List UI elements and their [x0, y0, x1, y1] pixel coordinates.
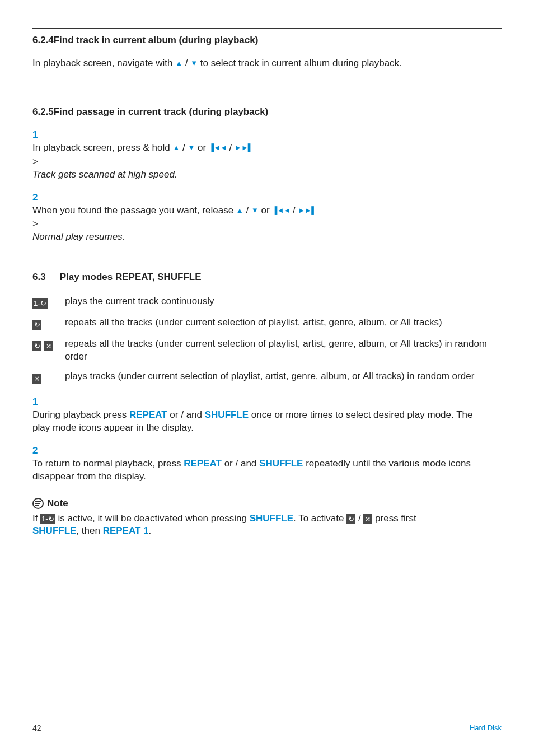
action-2: 2 To return to normal playback, press RE…	[32, 445, 502, 483]
prev-icon: ▐◄◄	[272, 206, 290, 214]
footer-label: Hard Disk	[470, 723, 502, 734]
repeat-icon: ↻	[32, 341, 41, 351]
down-icon: ▼	[188, 143, 195, 152]
page-number: 42	[32, 723, 41, 734]
mode-shuffle: ⤨ plays tracks (under current selection …	[32, 370, 502, 385]
mode-repeat-shuffle: ↻ ⤨ repeats all the tracks (under curren…	[32, 338, 502, 363]
up-icon: ▲	[175, 59, 182, 67]
up-icon: ▲	[236, 206, 243, 214]
note-body: If 1-↻ is active, it will be deactivated…	[32, 512, 502, 538]
up-icon: ▲	[172, 143, 180, 152]
step-1: 1 In playback screen, press & hold ▲ / ▼…	[32, 129, 502, 155]
note-icon	[32, 498, 44, 509]
repeat-one-icon: 1-↻	[40, 514, 55, 524]
shuffle-icon: ⤨	[363, 514, 372, 524]
repeat-one-icon: 1-↻	[32, 298, 48, 309]
next-icon: ►►▌	[298, 206, 316, 214]
next-icon: ►►▌	[235, 143, 252, 152]
heading-6-3: 6.3 Play modes REPEAT, SHUFFLE	[32, 271, 502, 284]
repeat-button-label: REPEAT	[184, 458, 222, 469]
step-1-result: > Track gets scanned at high speed.	[32, 156, 502, 181]
down-icon: ▼	[190, 59, 198, 67]
shuffle-icon: ⤨	[32, 374, 41, 384]
down-icon: ▼	[251, 206, 259, 214]
shuffle-button-label: SHUFFLE	[205, 409, 249, 420]
mode-repeat-all: ↻ repeats all the tracks (under current …	[32, 316, 502, 331]
note-header: Note	[32, 497, 502, 510]
heading-6-2-5: 6.2.5 Find passage in current track (dur…	[32, 106, 502, 119]
mode-repeat-one: 1-↻ plays the current track continuously	[32, 295, 502, 310]
prev-icon: ▐◄◄	[209, 143, 227, 152]
step-2: 2 When you found the passage you want, r…	[32, 192, 502, 217]
step-2-result: > Normal play resumes.	[32, 218, 502, 244]
text-6-2-4: In playback screen, navigate with ▲ / ▼ …	[32, 57, 502, 70]
repeat-icon: ↻	[346, 514, 355, 524]
action-1: 1 During playback press REPEAT or / and …	[32, 396, 502, 435]
shuffle-button-label: SHUFFLE	[259, 458, 303, 469]
repeat-icon: ↻	[32, 320, 41, 330]
heading-6-2-4: 6.2.4 Find track in current album (durin…	[32, 34, 502, 47]
repeat-button-label: REPEAT	[129, 409, 167, 420]
shuffle-icon: ⤨	[44, 341, 53, 351]
